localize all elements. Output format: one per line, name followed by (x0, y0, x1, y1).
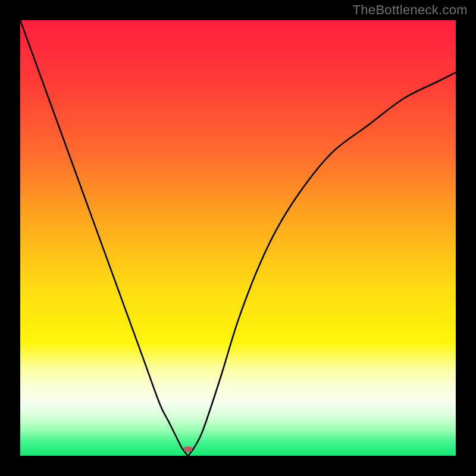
watermark-text: TheBottleneck.com (353, 2, 468, 18)
background-gradient (20, 20, 456, 456)
optimal-marker-dot (184, 447, 192, 452)
svg-rect-0 (20, 20, 456, 456)
plot-area (20, 20, 456, 456)
chart-frame: TheBottleneck.com (0, 0, 476, 476)
